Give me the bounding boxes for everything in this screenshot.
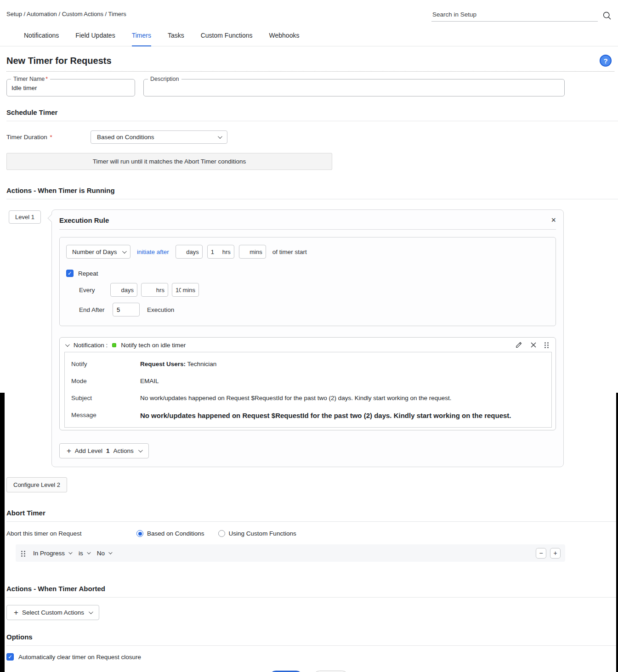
timer-duration-select[interactable]: Based on Conditions <box>91 130 227 144</box>
hrs-unit: hrs <box>155 287 164 294</box>
drag-handle-icon[interactable] <box>21 550 26 557</box>
days-unit: days <box>185 248 198 255</box>
radio-based-on-conditions[interactable]: Based on Conditions <box>136 530 204 537</box>
breadcrumb[interactable]: Setup / Automation / Custom Actions / Ti… <box>6 9 126 17</box>
section-divider <box>6 199 618 199</box>
auto-clear-checkbox[interactable]: ✓ <box>6 653 14 661</box>
chevron-down-icon <box>122 249 127 254</box>
close-icon[interactable]: × <box>551 216 556 224</box>
tab-custom-functions[interactable]: Custom Functions <box>201 32 253 46</box>
tab-notifications[interactable]: Notifications <box>24 32 59 46</box>
chevron-down-icon <box>68 550 72 554</box>
notification-name: Notify tech on idle timer <box>121 342 186 349</box>
actions-running-heading: Actions - When Timer is Running <box>6 186 612 194</box>
title-divider <box>6 71 614 72</box>
tab-timers[interactable]: Timers <box>132 32 151 46</box>
every-mins-input[interactable] <box>176 287 181 294</box>
help-icon[interactable]: ? <box>600 55 612 67</box>
abort-condition-row: In Progress is No − + <box>16 544 565 562</box>
add-level1-actions-button[interactable]: + Add Level 1 Actions <box>59 443 149 458</box>
condition-operator-select[interactable]: is <box>79 550 90 557</box>
hrs-input[interactable] <box>211 248 221 255</box>
setup-search <box>431 9 612 22</box>
radio-using-custom-functions[interactable]: Using Custom Functions <box>218 530 296 537</box>
tab-bar: Notifications Field Updates Timers Tasks… <box>0 22 618 46</box>
trigger-row: Number of Days initiate after days hrs <box>66 245 549 259</box>
condition-value-select[interactable]: No <box>97 550 111 557</box>
days-input-box: days <box>176 245 203 259</box>
description-input[interactable] <box>148 85 560 91</box>
execution-label: Execution <box>147 306 174 313</box>
rule-box: Number of Days initiate after days hrs <box>59 237 556 326</box>
radio-label: Using Custom Functions <box>229 530 296 537</box>
condition-row-controls: − + <box>536 548 561 559</box>
add-condition-button[interactable]: + <box>550 548 561 559</box>
abort-timer-heading: Abort Timer <box>6 509 612 517</box>
drag-handle-icon[interactable] <box>544 342 549 348</box>
repeat-checkbox[interactable]: ✓ <box>66 270 74 277</box>
detail-row-notify: Notify Request Users: Technician <box>65 356 551 373</box>
execution-rule-title: Execution Rule <box>59 216 109 224</box>
remove-condition-button[interactable]: − <box>536 548 546 559</box>
required-asterisk: * <box>50 134 52 141</box>
tab-webhooks[interactable]: Webhooks <box>269 32 300 46</box>
tab-tasks[interactable]: Tasks <box>168 32 184 46</box>
repeat-label: Repeat <box>78 270 98 277</box>
detail-row-message: Message No work/updates happened on Requ… <box>65 407 551 424</box>
chevron-down-icon <box>87 550 91 554</box>
every-hrs-input[interactable] <box>145 287 155 294</box>
section-divider <box>6 645 618 646</box>
panel-header: Execution Rule × <box>52 210 563 229</box>
section-divider <box>6 521 618 522</box>
repeat-row: ✓ Repeat <box>66 270 549 277</box>
search-input[interactable] <box>431 9 598 22</box>
notification-header[interactable]: Notification : Notify tech on idle timer <box>60 338 556 352</box>
detail-row-subject: Subject No work/updates happened on Requ… <box>65 390 551 407</box>
detail-value: No work/updates happened on Request $Req… <box>140 395 452 401</box>
days-input[interactable] <box>179 248 185 255</box>
end-after-input[interactable] <box>113 303 140 316</box>
every-days-input[interactable] <box>114 287 120 294</box>
hrs-input-box: hrs <box>207 245 234 259</box>
description-label: Description <box>148 76 181 82</box>
abort-label: Abort this timer on Request <box>6 530 136 537</box>
collapse-chevron-icon[interactable] <box>65 342 70 347</box>
detail-label: Mode <box>71 378 140 384</box>
tab-field-updates[interactable]: Field Updates <box>75 32 115 46</box>
level1-badge: Level 1 <box>9 210 41 224</box>
abort-radio-group: Based on Conditions Using Custom Functio… <box>136 530 296 537</box>
timer-duration-row: Timer Duration * Based on Conditions <box>6 130 612 144</box>
configure-level2-button[interactable]: Configure Level 2 <box>6 477 67 492</box>
panel-header-divider <box>59 229 556 230</box>
add-button-level: 1 <box>106 447 110 454</box>
timer-run-info: Timer will run until it matches the Abor… <box>6 153 332 170</box>
timer-setup-page: Setup / Automation / Custom Actions / Ti… <box>0 0 618 672</box>
mins-input[interactable] <box>243 248 249 255</box>
every-days-box: days <box>110 283 137 297</box>
detail-value: No work/updates happened on Request $Req… <box>140 412 511 419</box>
edit-pencil-icon[interactable] <box>515 341 522 349</box>
trigger-type-select[interactable]: Number of Days <box>66 245 130 259</box>
basic-fields: Timer Name* Description <box>6 79 565 96</box>
remove-icon[interactable] <box>530 342 537 348</box>
required-asterisk: * <box>45 76 48 82</box>
chevron-down-icon <box>89 610 93 614</box>
radio-selected-icon <box>136 530 143 537</box>
execution-rule-panel: Execution Rule × Number of Days initiate… <box>51 209 564 467</box>
initiate-after-link[interactable]: initiate after <box>137 248 169 255</box>
timer-name-label: Timer Name* <box>11 76 50 82</box>
select-button-text: Select Custom Actions <box>22 609 84 616</box>
select-custom-actions-button[interactable]: + Select Custom Actions <box>6 605 99 620</box>
auto-clear-row: ✓ Automatically clear timer on Request c… <box>6 653 618 661</box>
search-icon[interactable] <box>602 11 612 22</box>
of-timer-start-text: of timer start <box>272 248 307 255</box>
chevron-down-icon <box>108 550 112 554</box>
end-after-row: End After Execution <box>79 303 549 316</box>
timer-name-input[interactable] <box>11 85 130 91</box>
abort-option-row: Abort this timer on Request Based on Con… <box>6 530 612 537</box>
condition-field-select[interactable]: In Progress <box>33 550 71 557</box>
options-heading: Options <box>6 633 612 641</box>
every-label: Every <box>79 287 107 294</box>
status-dot-icon <box>112 343 116 347</box>
every-hrs-box: hrs <box>141 283 168 297</box>
